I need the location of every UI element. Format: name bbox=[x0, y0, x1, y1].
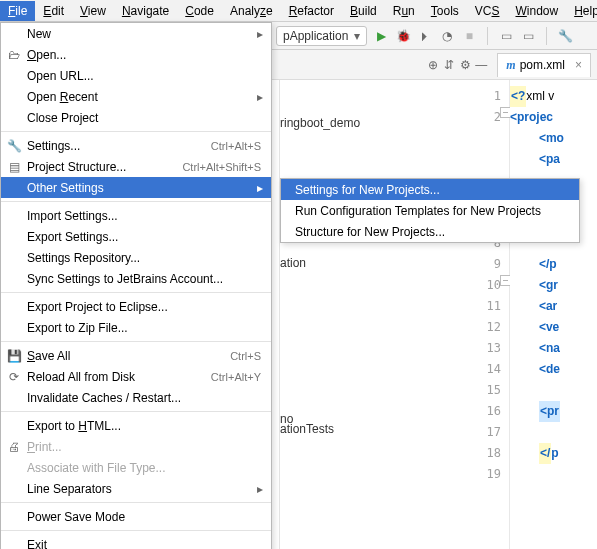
close-icon[interactable]: × bbox=[575, 58, 582, 72]
line-number: 12 bbox=[470, 317, 509, 338]
run-icon[interactable]: ▶ bbox=[373, 28, 389, 44]
menu-item-other-settings[interactable]: Other Settings▸ bbox=[1, 177, 271, 198]
submenu-settings-new-projects[interactable]: Settings for New Projects... bbox=[281, 179, 579, 200]
menu-separator bbox=[1, 341, 271, 342]
structure-icon: ▤ bbox=[6, 160, 22, 174]
menu-bar: File Edit View Navigate Code Analyze Ref… bbox=[0, 0, 597, 22]
layout-icon[interactable]: ▭ bbox=[498, 28, 514, 44]
line-number: 15 bbox=[470, 380, 509, 401]
menu-item-new[interactable]: New▸ bbox=[1, 23, 271, 44]
line-number: 16 bbox=[470, 401, 509, 422]
stop-icon[interactable]: ■ bbox=[461, 28, 477, 44]
menu-item-export-zip[interactable]: Export to Zip File... bbox=[1, 317, 271, 338]
line-number: 11 bbox=[470, 296, 509, 317]
line-number: 14 bbox=[470, 359, 509, 380]
save-icon: 💾 bbox=[6, 349, 22, 363]
menu-file[interactable]: File bbox=[0, 1, 35, 21]
menu-item-import-settings[interactable]: Import Settings... bbox=[1, 205, 271, 226]
reload-icon: ⟳ bbox=[6, 370, 22, 384]
menu-item-invalidate-caches[interactable]: Invalidate Caches / Restart... bbox=[1, 387, 271, 408]
menu-separator bbox=[1, 530, 271, 531]
layout2-icon[interactable]: ▭ bbox=[520, 28, 536, 44]
editor[interactable]: <?xml v <projec <mo <pa </p <gr <ar <ve … bbox=[510, 80, 597, 549]
menu-analyze[interactable]: Analyze bbox=[222, 1, 281, 21]
menu-run[interactable]: Run bbox=[385, 1, 423, 21]
line-number bbox=[470, 149, 509, 170]
menu-item-settings[interactable]: 🔧Settings...Ctrl+Alt+S bbox=[1, 135, 271, 156]
tree-fragment: ation bbox=[280, 256, 306, 270]
tab-label: pom.xml bbox=[520, 58, 565, 72]
menu-separator bbox=[1, 292, 271, 293]
submenu-structure-new-projects[interactable]: Structure for New Projects... bbox=[281, 221, 579, 242]
chevron-down-icon: ▾ bbox=[354, 29, 360, 43]
editor-tab-pom[interactable]: m pom.xml × bbox=[497, 53, 591, 77]
run-config-label: pApplication bbox=[283, 29, 348, 43]
profile-icon[interactable]: ◔ bbox=[439, 28, 455, 44]
shortcut: Ctrl+S bbox=[230, 350, 261, 362]
menu-view[interactable]: View bbox=[72, 1, 114, 21]
print-icon: 🖨 bbox=[6, 440, 22, 454]
wrench-icon: 🔧 bbox=[6, 139, 22, 153]
chevron-right-icon: ▸ bbox=[257, 27, 263, 41]
menu-item-sync-jetbrains[interactable]: Sync Settings to JetBrains Account... bbox=[1, 268, 271, 289]
shortcut: Ctrl+Alt+Shift+S bbox=[182, 161, 261, 173]
separator bbox=[487, 27, 488, 45]
menu-item-reload-disk[interactable]: ⟳Reload All from DiskCtrl+Alt+Y bbox=[1, 366, 271, 387]
debug-icon[interactable]: 🐞 bbox=[395, 28, 411, 44]
menu-help[interactable]: Help bbox=[566, 1, 597, 21]
line-number: 9 bbox=[470, 254, 509, 275]
run-config-selector[interactable]: pApplication ▾ bbox=[276, 26, 367, 46]
menu-separator bbox=[1, 502, 271, 503]
menu-code[interactable]: Code bbox=[177, 1, 222, 21]
submenu-run-config-templates[interactable]: Run Configuration Templates for New Proj… bbox=[281, 200, 579, 221]
shortcut: Ctrl+Alt+S bbox=[211, 140, 261, 152]
menu-item-settings-repository[interactable]: Settings Repository... bbox=[1, 247, 271, 268]
expand-icon[interactable]: ⇵ bbox=[441, 57, 457, 73]
other-settings-submenu: Settings for New Projects... Run Configu… bbox=[280, 178, 580, 243]
shortcut: Ctrl+Alt+Y bbox=[211, 371, 261, 383]
line-number: 19 bbox=[470, 464, 509, 485]
run-coverage-icon[interactable]: ⏵ bbox=[417, 28, 433, 44]
menu-item-open-url[interactable]: Open URL... bbox=[1, 65, 271, 86]
menu-item-export-eclipse[interactable]: Export Project to Eclipse... bbox=[1, 296, 271, 317]
menu-item-line-separators[interactable]: Line Separators▸ bbox=[1, 478, 271, 499]
submenu-label: Settings for New Projects... bbox=[295, 183, 440, 197]
menu-item-save-all[interactable]: 💾Save AllCtrl+S bbox=[1, 345, 271, 366]
menu-item-exit[interactable]: Exit bbox=[1, 534, 271, 549]
line-number: 18 bbox=[470, 443, 509, 464]
menu-item-associate-filetype: Associate with File Type... bbox=[1, 457, 271, 478]
tree-fragment: ationTests bbox=[280, 422, 334, 436]
menu-item-open[interactable]: 🗁Open... bbox=[1, 44, 271, 65]
menu-refactor[interactable]: Refactor bbox=[281, 1, 342, 21]
submenu-label: Run Configuration Templates for New Proj… bbox=[295, 204, 541, 218]
separator bbox=[546, 27, 547, 45]
menu-separator bbox=[1, 411, 271, 412]
line-number: 17 bbox=[470, 422, 509, 443]
menu-item-print: 🖨Print... bbox=[1, 436, 271, 457]
maven-icon: m bbox=[506, 58, 515, 73]
menu-item-power-save[interactable]: Power Save Mode bbox=[1, 506, 271, 527]
menu-edit[interactable]: Edit bbox=[35, 1, 72, 21]
menu-separator bbox=[1, 131, 271, 132]
menu-item-export-html[interactable]: Export to HTML... bbox=[1, 415, 271, 436]
minimize-icon[interactable]: — bbox=[473, 57, 489, 73]
menu-item-open-recent[interactable]: Open Recent▸ bbox=[1, 86, 271, 107]
menu-window[interactable]: Window bbox=[507, 1, 566, 21]
menu-item-close-project[interactable]: Close Project bbox=[1, 107, 271, 128]
gear-icon[interactable]: ⚙ bbox=[457, 57, 473, 73]
breadcrumb-fragment: ringboot_demo bbox=[280, 116, 360, 130]
menu-navigate[interactable]: Navigate bbox=[114, 1, 177, 21]
line-gutter: 1 2 7 8 9 10 11 12 13 14 15 16 17 18 19 … bbox=[470, 80, 510, 549]
menu-build[interactable]: Build bbox=[342, 1, 385, 21]
target-icon[interactable]: ⊕ bbox=[425, 57, 441, 73]
menu-tools[interactable]: Tools bbox=[423, 1, 467, 21]
file-menu-dropdown: New▸ 🗁Open... Open URL... Open Recent▸ C… bbox=[0, 22, 272, 549]
menu-item-export-settings[interactable]: Export Settings... bbox=[1, 226, 271, 247]
line-number bbox=[470, 128, 509, 149]
menu-item-project-structure[interactable]: ▤Project Structure...Ctrl+Alt+Shift+S bbox=[1, 156, 271, 177]
chevron-right-icon: ▸ bbox=[257, 181, 263, 195]
chevron-right-icon: ▸ bbox=[257, 482, 263, 496]
wrench-icon[interactable]: 🔧 bbox=[557, 28, 573, 44]
submenu-label: Structure for New Projects... bbox=[295, 225, 445, 239]
menu-vcs[interactable]: VCS bbox=[467, 1, 508, 21]
